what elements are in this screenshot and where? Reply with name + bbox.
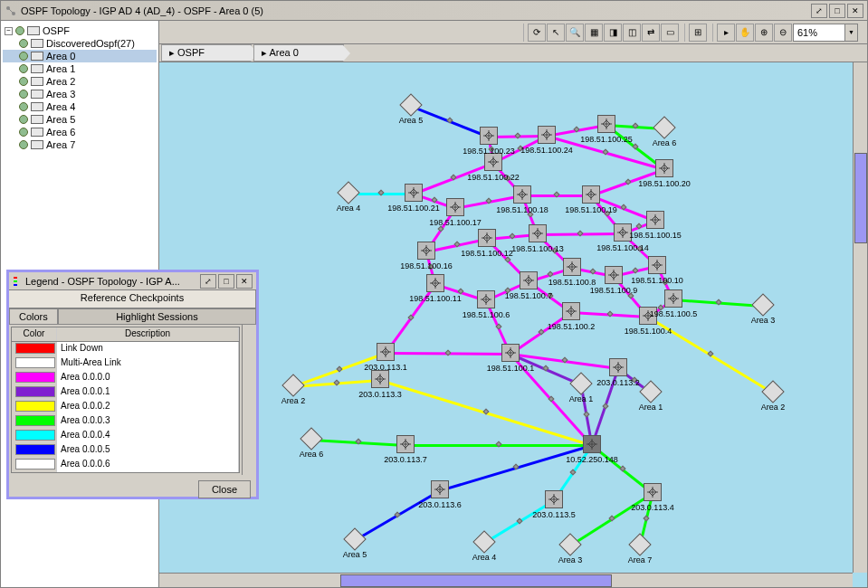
tree-item-area-7[interactable]: Area 7 xyxy=(3,138,157,151)
router-node[interactable] xyxy=(644,483,662,501)
tree-item-area-1[interactable]: Area 1 xyxy=(3,62,157,75)
area-node[interactable] xyxy=(343,527,366,550)
close-window-button[interactable]: ✕ xyxy=(847,4,863,18)
legend-window[interactable]: Legend - OSPF Topology - IGP A... ⤢ □ ✕ … xyxy=(6,270,259,499)
router-node[interactable] xyxy=(520,271,538,289)
tree-item-area-6[interactable]: Area 6 xyxy=(3,126,157,138)
router-node[interactable] xyxy=(609,358,627,376)
link-button[interactable]: ⇄ xyxy=(642,24,660,42)
pointer-button[interactable]: ↖ xyxy=(547,24,565,42)
window-button[interactable]: ▭ xyxy=(661,24,679,42)
router-node[interactable] xyxy=(614,223,632,242)
router-node[interactable] xyxy=(648,256,666,274)
area-node[interactable] xyxy=(653,116,675,138)
legend-row[interactable]: Area 0.0.0.6 xyxy=(12,458,239,472)
legend-maximize-button[interactable]: □ xyxy=(218,274,234,289)
area-node[interactable] xyxy=(558,533,581,555)
zoom-out-button[interactable]: ⊖ xyxy=(774,24,792,42)
legend-minimize-button[interactable]: ⤢ xyxy=(200,274,216,289)
layout2-button[interactable]: ◨ xyxy=(604,24,622,42)
select-button[interactable]: ▸ xyxy=(717,24,735,42)
legend-row[interactable]: Area 0.0.0.2 xyxy=(12,400,239,414)
area-node[interactable] xyxy=(399,93,422,116)
area-node[interactable] xyxy=(281,374,304,396)
tree-item-area-3[interactable]: Area 3 xyxy=(3,88,157,100)
router-node[interactable] xyxy=(478,229,496,247)
router-node[interactable] xyxy=(446,198,464,216)
legend-row[interactable]: Area 0.0.0.0 xyxy=(12,371,239,385)
close-button[interactable]: Close xyxy=(198,480,251,498)
zoom-in-button[interactable]: ⊕ xyxy=(755,24,773,42)
area-node[interactable] xyxy=(628,533,651,555)
legend-row[interactable]: Area 0.0.0.3 xyxy=(12,414,239,429)
tab-colors[interactable]: Colors xyxy=(9,308,58,325)
tree-item-discoveredospf-27-[interactable]: DiscoveredOspf(27) xyxy=(3,37,157,50)
tab-highlight-sessions[interactable]: Highlight Sessions xyxy=(58,308,256,325)
area-node[interactable] xyxy=(472,530,495,553)
router-node[interactable] xyxy=(664,289,682,308)
legend-close-button[interactable]: ✕ xyxy=(236,274,253,289)
breadcrumb-area0[interactable]: ▸ Area 0 xyxy=(253,44,344,62)
pan-button[interactable]: ✋ xyxy=(736,24,754,42)
find-button[interactable]: 🔍 xyxy=(566,24,584,42)
layout3-button[interactable]: ◫ xyxy=(623,24,641,42)
router-node[interactable] xyxy=(477,290,495,308)
area-node[interactable] xyxy=(761,380,784,403)
refresh-button[interactable]: ⟳ xyxy=(528,24,546,42)
router-node[interactable] xyxy=(484,153,502,171)
scrollbar-thumb[interactable] xyxy=(340,574,612,587)
scrollbar-thumb[interactable] xyxy=(854,153,867,243)
legend-row[interactable]: Area 0.0.0.4 xyxy=(12,429,239,443)
chevron-down-icon[interactable]: ▼ xyxy=(844,24,857,41)
router-node[interactable] xyxy=(377,343,395,361)
area-node[interactable] xyxy=(300,427,322,450)
router-node[interactable] xyxy=(563,258,581,276)
router-node[interactable] xyxy=(545,490,563,508)
tab-reference-checkpoints[interactable]: Reference Checkpoints xyxy=(9,290,256,308)
tree-item-area-5[interactable]: Area 5 xyxy=(3,113,157,126)
tree-root[interactable]: − OSPF xyxy=(3,24,157,37)
area-node[interactable] xyxy=(337,181,359,204)
router-node[interactable] xyxy=(426,274,444,292)
topology-canvas[interactable]: 198.51.100.1198.51.100.2198.51.100.4198.… xyxy=(159,62,867,587)
router-node[interactable] xyxy=(646,211,664,229)
tree-item-area-0[interactable]: Area 0 xyxy=(3,50,157,62)
router-node[interactable] xyxy=(405,184,423,202)
router-node[interactable] xyxy=(582,185,600,204)
zoom-dropdown[interactable]: 61% ▼ xyxy=(793,24,858,42)
router-node[interactable] xyxy=(597,115,615,133)
tree-item-area-2[interactable]: Area 2 xyxy=(3,75,157,88)
router-node[interactable] xyxy=(396,435,415,453)
router-node[interactable] xyxy=(417,242,435,260)
status-icon xyxy=(19,128,28,137)
horizontal-scrollbar[interactable] xyxy=(159,573,853,587)
minimize-window-button[interactable]: ⤢ xyxy=(811,4,827,18)
layout1-button[interactable]: ▦ xyxy=(585,24,603,42)
area-node[interactable] xyxy=(569,372,592,394)
vertical-scrollbar[interactable] xyxy=(853,62,867,573)
legend-row[interactable]: Area 0.0.0.1 xyxy=(12,385,239,400)
legend-row[interactable]: Area 0.0.0.5 xyxy=(12,443,239,458)
router-node[interactable] xyxy=(639,307,657,325)
router-node[interactable] xyxy=(431,480,449,498)
legend-row[interactable]: Link Down xyxy=(12,342,239,356)
router-node[interactable] xyxy=(480,127,498,145)
router-node[interactable] xyxy=(501,344,520,362)
legend-row[interactable]: Multi-Area Link xyxy=(12,356,239,371)
collapse-icon[interactable]: − xyxy=(5,27,13,35)
router-node[interactable] xyxy=(562,302,580,320)
area-node[interactable] xyxy=(751,293,774,316)
router-node[interactable] xyxy=(655,159,673,177)
area-node[interactable] xyxy=(639,380,662,403)
tree-item-area-4[interactable]: Area 4 xyxy=(3,100,157,113)
legend-scrollbar[interactable] xyxy=(242,325,256,475)
router-node[interactable] xyxy=(513,185,531,204)
router-node[interactable] xyxy=(538,126,556,144)
breadcrumb-ospf[interactable]: ▸ OSPF xyxy=(161,44,252,62)
maximize-window-button[interactable]: □ xyxy=(829,4,845,18)
router-node[interactable] xyxy=(371,370,389,388)
grid-button[interactable]: ⊞ xyxy=(689,24,707,42)
router-node[interactable] xyxy=(605,266,623,284)
router-node[interactable] xyxy=(583,435,601,453)
router-node[interactable] xyxy=(529,224,547,242)
